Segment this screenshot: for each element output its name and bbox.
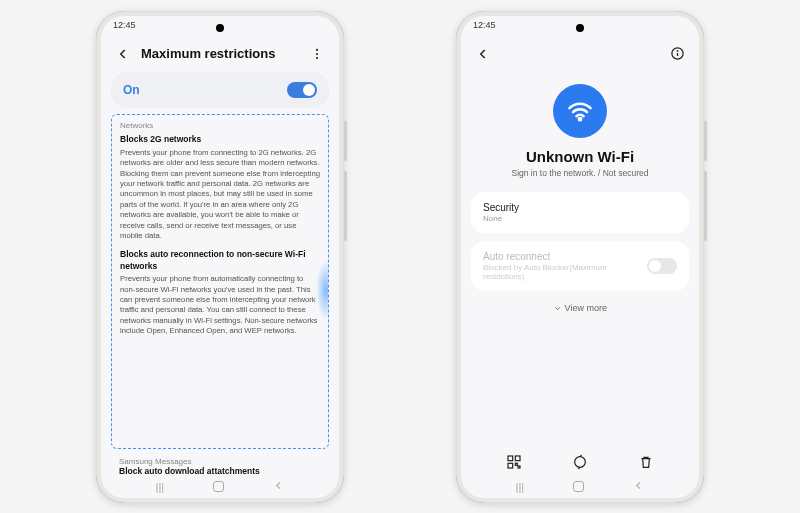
item-wifi-title: Blocks auto reconnection to non-secure W… — [120, 249, 320, 272]
auto-reconnect-label: Auto reconnect — [483, 251, 647, 262]
bottom-actions — [461, 444, 699, 476]
scroll-content[interactable]: Networks Blocks 2G networks Prevents you… — [101, 114, 339, 476]
camera-hole — [576, 24, 584, 32]
view-more-label: View more — [565, 303, 607, 313]
security-value: None — [483, 214, 677, 223]
nav-bar: ||| — [101, 476, 339, 498]
toggle-switch[interactable] — [287, 82, 317, 98]
svg-rect-11 — [518, 466, 520, 468]
next-section-label: Samsung Messages — [119, 457, 321, 466]
svg-point-5 — [677, 51, 678, 52]
item-wifi-body: Prevents your phone from automatically c… — [120, 274, 320, 336]
svg-point-1 — [316, 52, 318, 54]
svg-point-12 — [575, 456, 586, 467]
clock: 12:45 — [473, 20, 496, 30]
scroll-glow — [316, 260, 329, 320]
item-2g-title: Blocks 2G networks — [120, 134, 320, 145]
nav-recents-icon[interactable]: ||| — [156, 481, 165, 493]
security-card[interactable]: Security None — [471, 192, 689, 233]
nav-back-icon[interactable] — [633, 480, 644, 493]
svg-point-2 — [316, 57, 318, 59]
svg-rect-10 — [515, 463, 517, 465]
auto-reconnect-sub: Blocked by Auto Blocker(Maximum restrict… — [483, 263, 647, 281]
phone-left: 12:45 Maximum restrictions On Networks B… — [96, 11, 344, 503]
network-subtitle: Sign in to the network. / Not secured — [461, 168, 699, 178]
svg-rect-7 — [508, 456, 513, 461]
qr-icon[interactable] — [504, 452, 524, 472]
auto-reconnect-switch — [647, 258, 677, 274]
nav-bar: ||| — [461, 476, 699, 498]
screen-left: 12:45 Maximum restrictions On Networks B… — [101, 16, 339, 498]
nav-home-icon[interactable] — [213, 481, 224, 492]
refresh-icon[interactable] — [570, 452, 590, 472]
app-bar — [461, 38, 699, 72]
next-section: Samsung Messages Block auto download att… — [119, 457, 321, 476]
wifi-icon — [553, 84, 607, 138]
app-bar: Maximum restrictions — [101, 38, 339, 72]
master-toggle-row[interactable]: On — [111, 72, 329, 108]
item-2g-body: Prevents your phone from connecting to 2… — [120, 148, 320, 242]
svg-rect-8 — [515, 456, 520, 461]
delete-icon[interactable] — [636, 452, 656, 472]
network-title: Unknown Wi-Fi — [461, 148, 699, 165]
next-item-title: Block auto download attatchments — [119, 466, 321, 476]
auto-reconnect-card: Auto reconnect Blocked by Auto Blocker(M… — [471, 241, 689, 291]
svg-point-0 — [316, 48, 318, 50]
svg-rect-9 — [508, 463, 513, 468]
highlighted-section: Networks Blocks 2G networks Prevents you… — [111, 114, 329, 449]
camera-hole — [216, 24, 224, 32]
clock: 12:45 — [113, 20, 136, 30]
back-icon[interactable] — [473, 44, 493, 64]
nav-back-icon[interactable] — [273, 480, 284, 493]
phone-right: 12:45 Unknown Wi-Fi Sign in to the — [456, 11, 704, 503]
toggle-label: On — [123, 83, 140, 97]
view-more-button[interactable]: View more — [461, 303, 699, 313]
more-icon[interactable] — [307, 44, 327, 64]
wifi-hero — [461, 84, 699, 138]
info-icon[interactable] — [667, 44, 687, 64]
svg-point-6 — [579, 118, 581, 120]
security-label: Security — [483, 202, 677, 213]
page-title: Maximum restrictions — [141, 46, 299, 61]
section-label: Networks — [120, 121, 320, 132]
screen-right: 12:45 Unknown Wi-Fi Sign in to the — [461, 16, 699, 498]
nav-home-icon[interactable] — [573, 481, 584, 492]
nav-recents-icon[interactable]: ||| — [516, 481, 525, 493]
back-icon[interactable] — [113, 44, 133, 64]
